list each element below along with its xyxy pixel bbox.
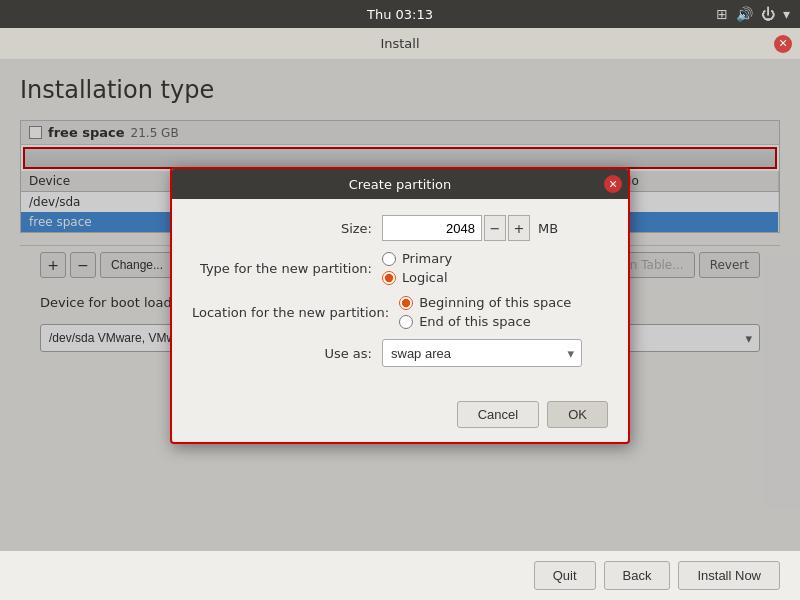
power-icon: ⏻	[761, 6, 775, 22]
size-input[interactable]	[382, 215, 482, 241]
install-window: Install ✕ Installation type free space 2…	[0, 28, 800, 600]
location-end-radio[interactable]	[399, 315, 413, 329]
size-unit: MB	[538, 221, 558, 236]
dialog-title-bar: Create partition ✕	[172, 169, 628, 199]
footer-buttons: Quit Back Install Now	[0, 551, 800, 600]
type-primary-radio[interactable]	[382, 252, 396, 266]
quit-button[interactable]: Quit	[534, 561, 596, 590]
use-as-label: Use as:	[192, 346, 372, 361]
size-label: Size:	[192, 221, 372, 236]
type-logical-label: Logical	[402, 270, 448, 285]
ok-button[interactable]: OK	[547, 401, 608, 428]
location-end-label: End of this space	[419, 314, 531, 329]
cancel-button[interactable]: Cancel	[457, 401, 539, 428]
window-title-bar: Install ✕	[0, 28, 800, 60]
top-bar: Thu 03:13 ⊞ 🔊 ⏻ ▾	[0, 0, 800, 28]
size-row: Size: − + MB	[192, 215, 608, 241]
back-button[interactable]: Back	[604, 561, 671, 590]
location-beginning-radio[interactable]	[399, 296, 413, 310]
type-radio-group: Primary Logical	[382, 251, 452, 285]
dialog-footer: Cancel OK	[172, 393, 628, 442]
type-label: Type for the new partition:	[192, 261, 372, 276]
type-logical-option[interactable]: Logical	[382, 270, 452, 285]
create-partition-dialog: Create partition ✕ Size: − + MB	[170, 167, 630, 444]
window-title: Install	[380, 36, 419, 51]
size-decrement-button[interactable]: −	[484, 215, 506, 241]
use-as-select-wrap: swap area Ext4 journaling file system Ex…	[382, 339, 582, 367]
location-radio-group: Beginning of this space End of this spac…	[399, 295, 571, 329]
location-end-option[interactable]: End of this space	[399, 314, 571, 329]
type-row: Type for the new partition: Primary Logi…	[192, 251, 608, 285]
use-as-select[interactable]: swap area Ext4 journaling file system Ex…	[382, 339, 582, 367]
network-icon: ⊞	[716, 6, 728, 22]
location-beginning-label: Beginning of this space	[419, 295, 571, 310]
location-label: Location for the new partition:	[192, 305, 389, 320]
main-content: Installation type free space 21.5 GB Dev…	[0, 60, 800, 551]
volume-icon: 🔊	[736, 6, 753, 22]
location-row: Location for the new partition: Beginnin…	[192, 295, 608, 329]
type-logical-radio[interactable]	[382, 271, 396, 285]
clock: Thu 03:13	[367, 7, 433, 22]
install-now-button[interactable]: Install Now	[678, 561, 780, 590]
chevron-down-icon: ▾	[783, 6, 790, 22]
window-close-button[interactable]: ✕	[774, 35, 792, 53]
type-primary-label: Primary	[402, 251, 452, 266]
system-tray: ⊞ 🔊 ⏻ ▾	[716, 6, 790, 22]
size-increment-button[interactable]: +	[508, 215, 530, 241]
dialog-body: Size: − + MB Type for the new partition:	[172, 199, 628, 393]
overlay: Create partition ✕ Size: − + MB	[0, 60, 800, 551]
dialog-close-button[interactable]: ✕	[604, 175, 622, 193]
use-as-row: Use as: swap area Ext4 journaling file s…	[192, 339, 608, 367]
dialog-title: Create partition	[349, 177, 452, 192]
size-input-group: − + MB	[382, 215, 558, 241]
location-beginning-option[interactable]: Beginning of this space	[399, 295, 571, 310]
type-primary-option[interactable]: Primary	[382, 251, 452, 266]
